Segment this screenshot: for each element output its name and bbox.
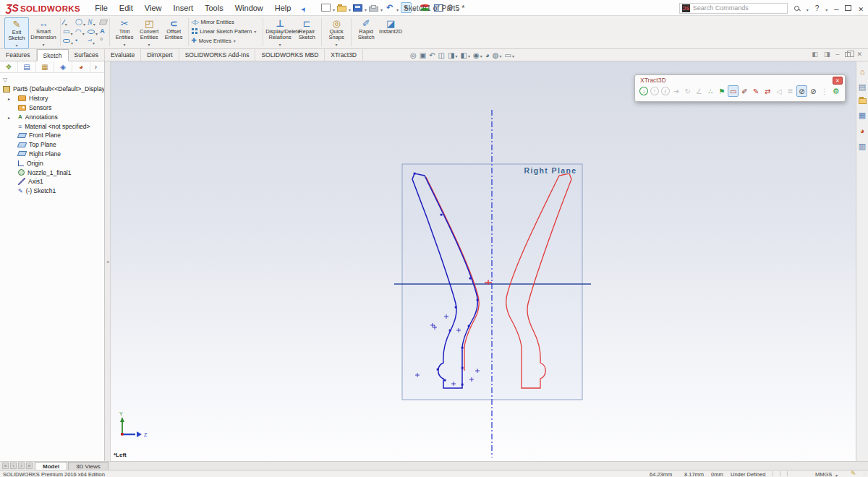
text-tool[interactable] [100,27,107,35]
smart-dimension-button[interactable]: Smart Dimension [29,17,58,48]
tab-model[interactable]: Model [35,462,67,470]
flip-direction-icon[interactable] [762,85,773,97]
filter-funnel-icon[interactable] [3,72,7,85]
tab-features[interactable]: Features [0,49,37,61]
menu-tools[interactable]: Tools [199,1,229,14]
trace-fill-icon[interactable] [751,85,762,97]
options-dropdown-caret[interactable] [457,1,459,14]
units-selector[interactable]: MMGS [815,471,832,477]
menu-view[interactable]: View [139,1,168,14]
display-pane-icon[interactable] [434,4,443,12]
quick-snaps-caret[interactable] [336,42,338,48]
tab-solidworks-mbd[interactable]: SOLIDWORKS MBD [255,49,325,61]
configurationmanager-tab-icon[interactable] [36,61,54,72]
point-tool[interactable] [75,37,85,45]
expand-arrow-icon[interactable] [8,95,10,102]
view-orientation-icon[interactable] [448,51,457,59]
linear-sketch-pattern-button[interactable]: Linear Sketch Pattern [191,27,256,36]
slot-tool[interactable] [63,35,73,48]
pane-previous-icon[interactable] [812,51,818,58]
appearances-icon[interactable] [860,126,865,135]
resources-home-icon[interactable] [860,67,865,76]
tab-sketch[interactable]: Sketch [37,49,69,61]
panel-splitter[interactable] [105,61,111,461]
displ aymanager-tab-icon[interactable] [72,61,90,72]
featuremanager-tab-icon[interactable] [0,61,18,72]
linear-pattern-caret[interactable] [254,28,256,35]
tree-item-history[interactable]: History [0,94,104,103]
menu-insert[interactable]: Insert [167,1,199,14]
slice-plane-icon[interactable] [717,85,728,97]
open-icon[interactable] [337,6,346,12]
trace-outline-icon[interactable] [728,85,739,97]
units-dropdown-caret[interactable] [835,472,838,477]
new-document-icon[interactable] [321,4,331,12]
graphics-viewport[interactable]: Y Z Right Plane *Left XTract3D [111,61,856,461]
close-button[interactable] [858,1,864,14]
tree-item-axis1[interactable]: Axis1 [0,177,104,186]
instant2d-button[interactable]: Instant2D [378,17,403,35]
exit-sketch-button[interactable]: Exit Sketch [4,17,29,49]
hide-show-items-icon[interactable] [473,51,482,59]
tab-3d-views[interactable]: 3D Views [68,462,109,470]
tab-surfaces[interactable]: Surfaces [69,49,106,61]
show-mesh-icon[interactable] [808,85,819,97]
search-magnifier-icon[interactable] [794,6,799,11]
panel-tabs-more-icon[interactable] [90,61,101,72]
select-cursor-icon[interactable] [401,2,412,13]
view-palette-icon[interactable] [859,111,866,120]
view-visibility-icon[interactable] [420,4,430,7]
edit-appearance-icon[interactable] [485,51,490,59]
prev-tab-icon[interactable]: ‹ [10,463,17,469]
import-mesh-icon[interactable] [639,87,648,95]
tab-evaluate[interactable]: Evaluate [105,49,141,61]
select-dropdown-caret[interactable] [414,1,416,14]
apply-scene-icon[interactable] [493,51,502,59]
tree-item-top-plane[interactable]: Top Plane [0,140,104,150]
move-entities-button[interactable]: Move Entities [191,36,236,46]
tree-item-annotations[interactable]: Annotations [0,112,104,121]
tree-item-material[interactable]: Material <not specified> [0,121,104,131]
trace-pen-icon[interactable] [739,85,750,97]
zoom-to-area-icon[interactable] [420,51,426,59]
section-view-icon[interactable] [438,51,445,59]
open-dropdown-caret[interactable] [349,1,351,14]
hide-mesh-icon[interactable] [796,85,807,97]
trim-caret[interactable] [124,42,126,48]
print-dropdown-caret[interactable] [380,1,383,14]
last-tab-icon[interactable]: » [26,463,33,469]
tab-solidworks-add-ins[interactable]: SOLIDWORKS Add-Ins [179,49,256,61]
dimxpertmanager-tab-icon[interactable] [54,61,72,72]
design-library-icon[interactable] [859,82,866,92]
zoom-to-fit-icon[interactable] [410,51,417,59]
tree-item-origin[interactable]: Origin [0,158,104,168]
xtract3d-settings-icon[interactable] [830,85,841,97]
tree-item-sensors[interactable]: Sensors [0,103,104,113]
convert-entities-button[interactable]: Convert Entities [137,17,161,48]
display-delete-relations-button[interactable]: Display/Delete Relations [265,17,294,48]
plane-tool[interactable] [100,20,107,25]
help-dropdown-caret[interactable] [825,1,827,14]
tags-pen-icon[interactable] [851,470,856,477]
new-dropdown-caret[interactable] [333,1,335,14]
xtract3d-close-icon[interactable] [833,77,843,85]
tree-root-part[interactable]: Part5 (Default<<Default>_Display State 1 [0,85,104,94]
arc-tool[interactable] [75,25,85,38]
options-gear-icon[interactable] [446,2,455,13]
pane-next-icon[interactable] [824,51,830,58]
mirror-entities-button[interactable]: Mirror Entities [191,17,234,27]
doc-restore-icon[interactable] [845,52,851,57]
minimize-button[interactable] [834,1,838,14]
menu-window[interactable]: Window [229,1,269,14]
maximize-button[interactable] [845,5,851,11]
search-dropdown-caret[interactable] [807,1,809,14]
next-tab-icon[interactable]: › [18,463,25,469]
expand-arrow-icon[interactable] [8,113,10,121]
first-tab-icon[interactable]: « [2,463,9,469]
point-cloud-icon[interactable] [705,85,716,97]
convert-caret[interactable] [148,42,150,48]
trim-entities-button[interactable]: Trim Entities [112,17,137,48]
quick-snaps-button[interactable]: Quick Snaps [324,17,349,48]
repair-sketch-button[interactable]: Repair Sketch [294,17,319,41]
tree-item-sketch1[interactable]: (-) Sketch1 [0,186,104,196]
